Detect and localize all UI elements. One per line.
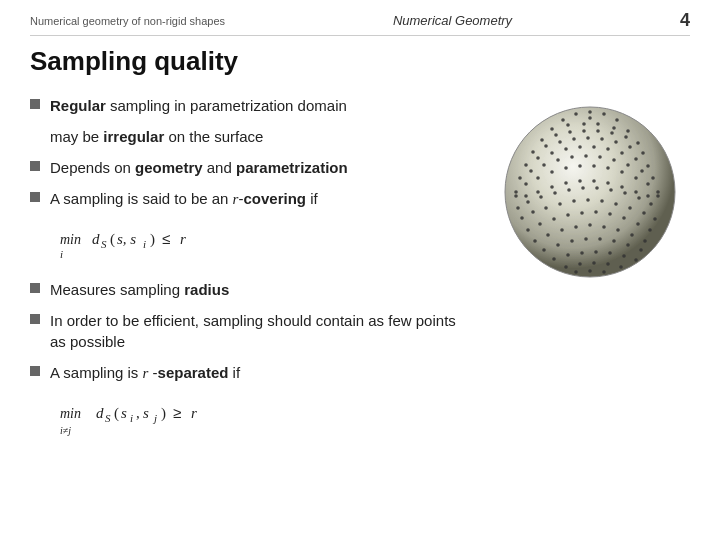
svg-point-27 bbox=[602, 112, 606, 116]
svg-text:): ) bbox=[150, 231, 155, 248]
svg-point-59 bbox=[592, 145, 596, 149]
bullet-3-text: A sampling is said to be an r-covering i… bbox=[50, 188, 470, 210]
svg-point-139 bbox=[643, 239, 647, 243]
svg-point-82 bbox=[606, 166, 610, 170]
geometry-text: geometry bbox=[135, 159, 203, 176]
svg-point-38 bbox=[554, 133, 558, 137]
svg-point-46 bbox=[544, 144, 548, 148]
svg-point-96 bbox=[634, 190, 638, 194]
svg-text:i: i bbox=[143, 238, 146, 250]
svg-point-108 bbox=[637, 196, 641, 200]
svg-point-45 bbox=[531, 150, 535, 154]
sphere-image bbox=[498, 100, 683, 285]
bullet-4-text: Measures sampling radius bbox=[50, 279, 470, 300]
svg-point-44 bbox=[636, 141, 640, 145]
svg-point-36 bbox=[626, 129, 630, 133]
svg-point-159 bbox=[619, 265, 623, 269]
svg-point-43 bbox=[624, 135, 628, 139]
svg-point-86 bbox=[656, 190, 660, 194]
svg-text:min: min bbox=[60, 406, 81, 421]
svg-point-28 bbox=[561, 118, 565, 122]
svg-point-119 bbox=[642, 211, 646, 215]
svg-point-34 bbox=[596, 122, 600, 126]
bullet-square-2 bbox=[30, 161, 40, 171]
header-center-text: Numerical Geometry bbox=[393, 13, 512, 28]
svg-point-80 bbox=[578, 164, 582, 168]
bullet-1-bold: Regular bbox=[50, 97, 106, 114]
svg-text:d: d bbox=[92, 231, 100, 247]
svg-point-142 bbox=[570, 239, 574, 243]
svg-point-70 bbox=[598, 155, 602, 159]
svg-point-104 bbox=[581, 186, 585, 190]
svg-point-152 bbox=[608, 251, 612, 255]
svg-text:S: S bbox=[105, 412, 111, 424]
bullet-5: In order to be efficient, sampling shoul… bbox=[30, 310, 470, 352]
bullet-6-text: A sampling is r -separated if bbox=[50, 362, 470, 384]
svg-point-105 bbox=[595, 186, 599, 190]
svg-text:j: j bbox=[152, 412, 157, 424]
bullet-1: Regular sampling in parametrization doma… bbox=[30, 95, 470, 116]
svg-point-95 bbox=[620, 185, 624, 189]
svg-point-66 bbox=[542, 163, 546, 167]
svg-point-138 bbox=[630, 233, 634, 237]
svg-point-37 bbox=[540, 138, 544, 142]
svg-point-116 bbox=[600, 199, 604, 203]
slide-number: 4 bbox=[680, 10, 690, 31]
svg-point-112 bbox=[544, 206, 548, 210]
svg-point-127 bbox=[608, 212, 612, 216]
svg-point-140 bbox=[542, 248, 546, 252]
svg-text:s, s: s, s bbox=[117, 231, 136, 247]
svg-point-73 bbox=[640, 169, 644, 173]
svg-point-81 bbox=[592, 164, 596, 168]
svg-text:≤: ≤ bbox=[162, 230, 170, 247]
svg-point-48 bbox=[572, 137, 576, 141]
svg-point-94 bbox=[606, 181, 610, 185]
svg-point-111 bbox=[531, 210, 535, 214]
svg-text:i: i bbox=[60, 248, 63, 260]
svg-point-129 bbox=[636, 222, 640, 226]
svg-text:d: d bbox=[96, 405, 104, 421]
svg-point-35 bbox=[612, 126, 616, 130]
bullet-square-6 bbox=[30, 366, 40, 376]
svg-point-102 bbox=[553, 191, 557, 195]
svg-point-29 bbox=[588, 116, 592, 120]
svg-point-100 bbox=[526, 200, 530, 204]
svg-point-126 bbox=[594, 210, 598, 214]
svg-point-87 bbox=[514, 194, 518, 198]
svg-point-133 bbox=[560, 228, 564, 232]
svg-point-57 bbox=[564, 147, 568, 151]
svg-point-154 bbox=[634, 258, 638, 262]
slide: Numerical geometry of non-rigid shapes N… bbox=[0, 0, 720, 540]
svg-point-157 bbox=[592, 261, 596, 265]
irregular-text: irregular bbox=[103, 128, 164, 145]
svg-text:S: S bbox=[101, 238, 107, 250]
svg-point-40 bbox=[582, 129, 586, 133]
svg-text:s: s bbox=[121, 405, 127, 421]
svg-point-55 bbox=[536, 156, 540, 160]
svg-point-25 bbox=[588, 110, 592, 114]
svg-point-63 bbox=[646, 164, 650, 168]
svg-point-60 bbox=[606, 147, 610, 151]
bullet-square-3 bbox=[30, 192, 40, 202]
svg-point-85 bbox=[646, 182, 650, 186]
svg-point-24 bbox=[505, 107, 675, 277]
svg-point-92 bbox=[578, 179, 582, 183]
svg-point-54 bbox=[524, 163, 528, 167]
svg-point-145 bbox=[612, 239, 616, 243]
svg-text:(: ( bbox=[110, 231, 115, 248]
svg-point-47 bbox=[558, 140, 562, 144]
svg-text:(: ( bbox=[114, 405, 119, 422]
svg-point-69 bbox=[584, 154, 588, 158]
radius-text: radius bbox=[184, 281, 229, 298]
svg-point-156 bbox=[578, 262, 582, 266]
svg-text:i≠j: i≠j bbox=[60, 425, 71, 436]
bullet-3: A sampling is said to be an r-covering i… bbox=[30, 188, 470, 210]
svg-point-113 bbox=[558, 202, 562, 206]
svg-text:,: , bbox=[136, 405, 140, 421]
svg-point-33 bbox=[582, 122, 586, 126]
bullet-6: A sampling is r -separated if bbox=[30, 362, 470, 384]
svg-point-115 bbox=[586, 198, 590, 202]
svg-point-117 bbox=[614, 202, 618, 206]
svg-point-68 bbox=[570, 155, 574, 159]
svg-point-153 bbox=[622, 254, 626, 258]
